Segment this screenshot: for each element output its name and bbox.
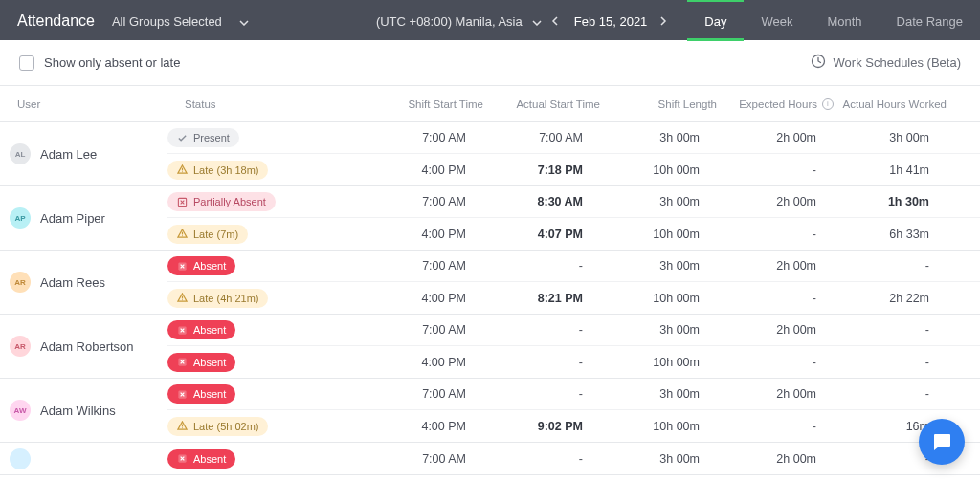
cell-shift-start: 4:00 PM <box>349 164 466 177</box>
cell-expected-hours: - <box>700 356 816 369</box>
shift-row: Late (4h 21m) 4:00 PM 8:21 PM 10h 00m - … <box>167 282 980 314</box>
user-name: Adam Rees <box>40 275 105 290</box>
avatar: AR <box>10 336 31 357</box>
cell-shift-length: 10h 00m <box>583 420 700 433</box>
cell-actual-hours: 1h 41m <box>816 164 929 177</box>
shift-row: Absent 7:00 AM - 3h 00m 2h 00m - <box>167 379 980 410</box>
user-cell[interactable]: AR Adam Rees <box>0 251 167 314</box>
status-badge-late: Late (5h 02m) <box>167 417 268 436</box>
cell-status: Absent <box>167 449 349 469</box>
cell-shift-length: 3h 00m <box>583 452 700 466</box>
avatar <box>10 448 31 469</box>
page-title: Attendance <box>0 12 112 30</box>
cell-actual-hours: - <box>816 387 929 401</box>
user-row: AW Adam Wilkins Absent 7:00 AM - 3h 00m … <box>0 379 980 443</box>
col-shift-start[interactable]: Shift Start Time <box>367 98 483 110</box>
cell-actual-start: 4:07 PM <box>466 228 583 241</box>
col-expected-hours[interactable]: Expected Hoursi <box>717 98 834 110</box>
user-cell[interactable] <box>0 443 167 474</box>
user-cell[interactable]: AW Adam Wilkins <box>0 379 167 442</box>
cell-actual-start: - <box>466 356 583 369</box>
user-row: AL Adam Lee Present 7:00 AM 7:00 AM 3h 0… <box>0 122 980 186</box>
cell-shift-start: 7:00 AM <box>349 387 466 401</box>
cell-shift-length: 10h 00m <box>583 292 700 305</box>
svg-point-5 <box>182 299 183 300</box>
cell-expected-hours: 2h 00m <box>700 195 816 208</box>
cell-actual-start: 9:02 PM <box>466 420 583 433</box>
chat-button[interactable] <box>919 419 965 465</box>
status-badge-late: Late (7m) <box>167 225 248 244</box>
cell-shift-start: 7:00 AM <box>349 195 466 208</box>
info-icon[interactable]: i <box>822 98 834 110</box>
cell-actual-start: - <box>466 452 583 466</box>
col-shift-length[interactable]: Shift Length <box>600 98 717 110</box>
user-cell[interactable]: AR Adam Robertson <box>0 315 167 378</box>
group-filter-label: All Groups Selected <box>112 14 222 29</box>
table-body[interactable]: AL Adam Lee Present 7:00 AM 7:00 AM 3h 0… <box>0 122 980 480</box>
col-status[interactable]: Status <box>185 98 367 110</box>
cell-actual-hours: - <box>816 323 929 337</box>
absent-late-checkbox[interactable] <box>19 55 34 71</box>
cell-shift-start: 4:00 PM <box>349 420 466 433</box>
cell-expected-hours: - <box>700 228 816 241</box>
tab-date-range[interactable]: Date Range <box>880 1 980 41</box>
absent-late-label: Show only absent or late <box>44 55 180 70</box>
shifts: Absent 7:00 AM - 3h 00m 2h 00m - Absent … <box>167 315 980 378</box>
shifts: Absent 7:00 AM - 3h 00m 2h 00m - Late (5… <box>167 379 980 442</box>
cell-actual-start: - <box>466 323 583 337</box>
tab-month[interactable]: Month <box>810 1 879 41</box>
cell-status: Absent <box>167 256 349 275</box>
next-date-button[interactable] <box>660 16 670 26</box>
cell-expected-hours: 2h 00m <box>700 387 816 401</box>
cell-actual-hours: - <box>816 259 929 273</box>
shift-row: Late (7m) 4:00 PM 4:07 PM 10h 00m - 6h 3… <box>167 218 980 250</box>
cell-actual-start: 8:30 AM <box>466 195 583 208</box>
cell-actual-start: 7:18 PM <box>466 164 583 177</box>
prev-date-button[interactable] <box>551 16 561 26</box>
status-badge-absent: Absent <box>167 449 235 469</box>
top-bar: Attendance All Groups Selected (UTC +08:… <box>0 0 980 40</box>
user-cell[interactable]: AL Adam Lee <box>0 122 167 185</box>
timezone-label: (UTC +08:00) Manila, Asia <box>376 14 523 29</box>
work-schedules-link[interactable]: Work Schedules (Beta) <box>811 54 961 72</box>
cell-shift-start: 7:00 AM <box>349 323 466 337</box>
svg-point-1 <box>182 171 183 172</box>
shift-row: Present 7:00 AM 7:00 AM 3h 00m 2h 00m 3h… <box>167 122 980 154</box>
user-name: Adam Lee <box>40 147 97 162</box>
cell-actual-hours: - <box>816 452 929 466</box>
user-cell[interactable]: AP Adam Piper <box>0 186 167 250</box>
range-tabs: Day Week Month Date Range <box>687 1 980 41</box>
user-row: AP Adam Piper Partially Absent 7:00 AM 8… <box>0 186 980 251</box>
cell-status: Late (7m) <box>167 225 349 244</box>
user-row: AR Adam Rees Absent 7:00 AM - 3h 00m 2h … <box>0 251 980 315</box>
avatar: AL <box>10 143 31 164</box>
status-badge-late: Late (4h 21m) <box>167 289 268 308</box>
shifts: Absent 7:00 AM - 3h 00m 2h 00m - Late (4… <box>167 251 980 314</box>
col-actual-start[interactable]: Actual Start Time <box>483 98 600 110</box>
chevron-down-icon <box>532 14 542 29</box>
cell-actual-start: - <box>466 259 583 273</box>
cell-actual-hours: 2h 22m <box>816 292 929 305</box>
cell-shift-length: 10h 00m <box>583 228 700 241</box>
group-filter-dropdown[interactable]: All Groups Selected <box>112 14 249 29</box>
cell-status: Absent <box>167 320 349 339</box>
cell-expected-hours: 2h 00m <box>700 323 816 337</box>
status-badge-partial: Partially Absent <box>167 192 276 211</box>
cell-shift-start: 4:00 PM <box>349 228 466 241</box>
timezone-dropdown[interactable]: (UTC +08:00) Manila, Asia <box>376 14 542 29</box>
tab-day[interactable]: Day <box>687 1 744 41</box>
user-row: AR Adam Robertson Absent 7:00 AM - 3h 00… <box>0 315 980 379</box>
cell-shift-start: 7:00 AM <box>349 131 466 144</box>
shifts: Present 7:00 AM 7:00 AM 3h 00m 2h 00m 3h… <box>167 122 980 185</box>
user-name: Adam Piper <box>40 211 105 226</box>
cell-shift-length: 10h 00m <box>583 164 700 177</box>
col-actual-hours[interactable]: Actual Hours Worked <box>834 98 947 110</box>
cell-status: Absent <box>167 353 349 372</box>
shift-row: Absent 4:00 PM - 10h 00m - - <box>167 346 980 378</box>
tab-week[interactable]: Week <box>744 1 810 41</box>
current-date[interactable]: Feb 15, 2021 <box>574 14 648 29</box>
cell-status: Partially Absent <box>167 192 349 211</box>
col-user[interactable]: User <box>17 98 185 110</box>
cell-shift-start: 7:00 AM <box>349 452 466 466</box>
cell-expected-hours: 2h 00m <box>700 259 816 273</box>
